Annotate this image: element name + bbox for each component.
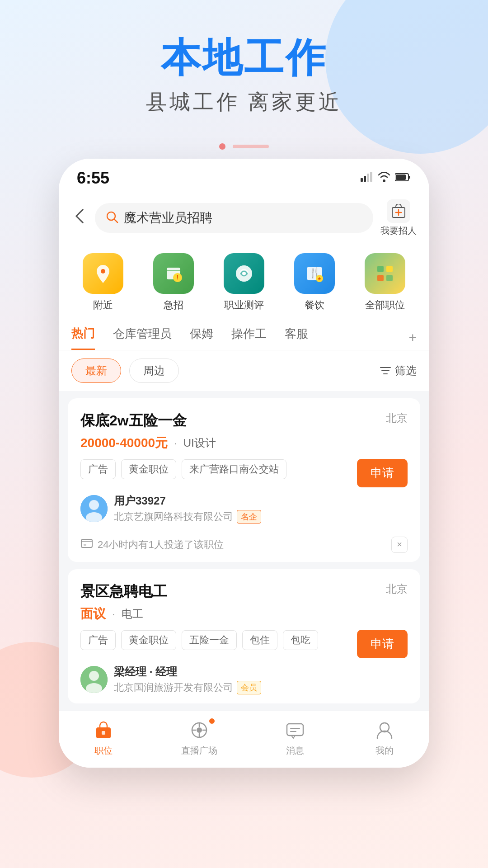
nav-message-label: 消息 [286, 745, 304, 757]
category-all[interactable]: 全部职位 [365, 253, 405, 312]
job1-salary: 20000-40000元 [80, 434, 168, 452]
job1-close-button[interactable]: × [391, 537, 408, 553]
job1-avatar [80, 495, 108, 522]
nearby-label: 附近 [93, 298, 113, 312]
all-label: 全部职位 [365, 298, 405, 312]
job1-divider: · [174, 437, 177, 449]
back-button[interactable] [71, 205, 88, 231]
page-subtitle: 县城工作 离家更近 [0, 88, 488, 116]
phone-mockup: 6:55 魔术营业员招聘 我要招人 [59, 159, 429, 768]
recruit-icon [387, 199, 410, 223]
svg-rect-0 [361, 178, 363, 182]
job1-type: UI设计 [183, 436, 216, 450]
tab-operator[interactable]: 操作工 [231, 326, 267, 349]
career-label: 职业测评 [224, 298, 264, 312]
job2-tag-insurance: 五险一金 [182, 630, 237, 650]
recruit-button[interactable]: 我要招人 [380, 199, 417, 237]
food-icon: 🍴★ [294, 253, 335, 294]
tab-warehouse[interactable]: 仓库管理员 [113, 326, 172, 349]
career-icon [224, 253, 264, 294]
nav-jobs-label: 职位 [94, 745, 113, 757]
svg-rect-45 [287, 724, 303, 736]
svg-rect-3 [370, 172, 372, 182]
nav-jobs[interactable]: 职位 [92, 718, 115, 757]
job2-header: 景区急聘电工 北京 [80, 582, 408, 602]
job2-apply-button[interactable]: 申请 [357, 630, 408, 658]
job1-location: 北京 [386, 411, 408, 425]
job2-divider: · [112, 608, 115, 620]
signal-icon [361, 172, 373, 184]
urgent-icon: ! [153, 253, 194, 294]
job1-header: 保底2w五险一金 北京 [80, 411, 408, 431]
filter-nearby[interactable]: 周边 [129, 359, 179, 383]
recruit-label: 我要招人 [380, 225, 417, 237]
svg-point-44 [197, 727, 202, 733]
job1-tag-gold: 黄金职位 [121, 459, 176, 479]
job1-tags-row: 广告 黄金职位 来广营路口南公交站 申请 [80, 459, 408, 487]
nav-live[interactable]: 直播广场 [181, 718, 217, 757]
job2-recruiter-row: 梁经理 · 经理 北京国润旅游开发有限公司 会员 [80, 665, 408, 694]
job1-apply-button[interactable]: 申请 [357, 459, 408, 487]
job1-recruiter-name: 用户33927 [114, 494, 261, 508]
svg-point-17 [242, 272, 246, 275]
job1-recruiter-row: 用户33927 北京艺旗网络科技有限公司 名企 [80, 494, 408, 524]
tab-service[interactable]: 客服 [285, 326, 308, 349]
notice-icon [80, 538, 93, 552]
svg-point-30 [89, 500, 99, 510]
job1-salary-row: 20000-40000元 · UI设计 [80, 434, 408, 452]
svg-rect-5 [408, 176, 410, 179]
tab-nanny[interactable]: 保姆 [190, 326, 213, 349]
svg-rect-24 [377, 275, 384, 281]
bottom-nav: 职位 直播广场 消息 我的 [59, 711, 429, 768]
nav-mine-icon [373, 718, 396, 742]
nav-live-dot [209, 718, 215, 724]
search-bar[interactable]: 魔术营业员招聘 [95, 203, 373, 233]
filter-label: 筛选 [395, 363, 417, 378]
search-input[interactable]: 魔术营业员招聘 [124, 209, 212, 226]
job2-tags-row: 广告 黄金职位 五险一金 包住 包吃 申请 [80, 630, 408, 658]
category-nearby[interactable]: 附近 [83, 253, 123, 312]
status-time: 6:55 [77, 169, 109, 188]
filter-latest[interactable]: 最新 [71, 359, 121, 383]
nav-live-label: 直播广场 [181, 745, 217, 757]
filter-screen-button[interactable]: 筛选 [380, 363, 417, 378]
job1-tags: 广告 黄金职位 来广营路口南公交站 [80, 459, 286, 479]
job2-salary-row: 面议 · 电工 [80, 605, 408, 623]
nav-mine[interactable]: 我的 [373, 718, 396, 757]
tab-hot[interactable]: 热门 [71, 326, 95, 350]
all-icon [365, 253, 405, 294]
job1-company: 北京艺旗网络科技有限公司 名企 [114, 510, 261, 524]
wifi-icon [378, 172, 390, 184]
job2-type: 电工 [122, 607, 143, 621]
nav-jobs-icon [92, 718, 115, 742]
category-career[interactable]: 职业测评 [224, 253, 264, 312]
job2-tags: 广告 黄金职位 五险一金 包住 包吃 [80, 630, 318, 650]
svg-line-8 [114, 219, 118, 223]
svg-rect-32 [81, 539, 92, 547]
job-list: 保底2w五险一金 北京 20000-40000元 · UI设计 广告 黄金职位 … [59, 391, 429, 711]
status-bar: 6:55 [59, 159, 429, 192]
svg-rect-1 [364, 176, 366, 182]
food-label: 餐饮 [305, 298, 324, 312]
page-indicators [0, 143, 488, 150]
job2-company: 北京国润旅游开发有限公司 会员 [114, 681, 261, 694]
tabs-row: 热门 仓库管理员 保姆 操作工 客服 + [59, 316, 429, 350]
job-card-2: 景区急聘电工 北京 面议 · 电工 广告 黄金职位 五险一金 包住 包吃 申请 [68, 569, 420, 703]
job2-tag-housing: 包住 [242, 630, 277, 650]
job2-recruiter-name: 梁经理 · 经理 [114, 665, 261, 679]
job1-title: 保底2w五险一金 [80, 411, 187, 431]
job2-recruiter-info: 梁经理 · 经理 北京国润旅游开发有限公司 会员 [114, 665, 261, 694]
job2-title: 景区急聘电工 [80, 582, 167, 602]
svg-text:!: ! [177, 274, 179, 281]
urgent-label: 急招 [164, 298, 183, 312]
category-food[interactable]: 🍴★ 餐饮 [294, 253, 335, 312]
nav-message[interactable]: 消息 [283, 718, 307, 757]
page-header: 本地工作 县城工作 离家更近 [0, 0, 488, 130]
battery-icon [395, 173, 411, 184]
svg-rect-6 [396, 175, 406, 180]
job1-tag-location: 来广营路口南公交站 [182, 459, 286, 479]
job2-salary: 面议 [80, 605, 106, 623]
tab-more-button[interactable]: + [408, 330, 417, 345]
job1-notice: 24小时内有1人投递了该职位 × [80, 530, 408, 553]
category-urgent[interactable]: ! 急招 [153, 253, 194, 312]
